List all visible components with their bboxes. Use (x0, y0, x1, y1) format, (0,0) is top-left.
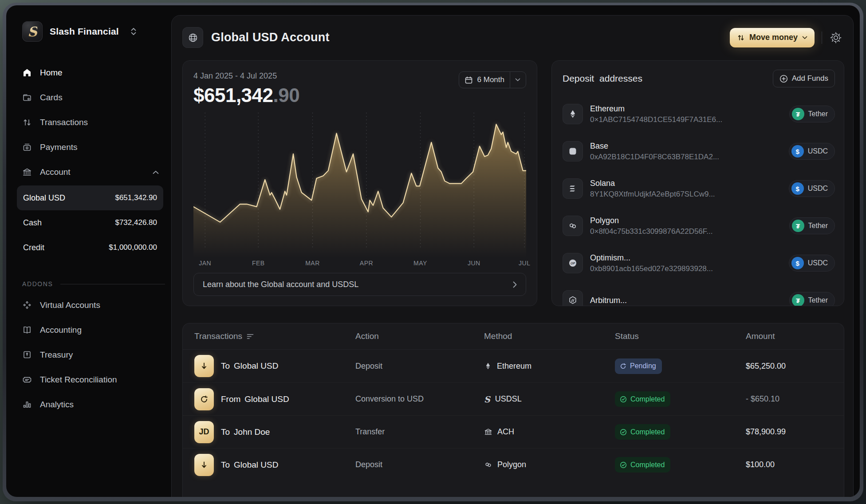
sidebar-item-analytics[interactable]: Analytics (22, 392, 165, 417)
move-money-button[interactable]: Move money (730, 28, 815, 47)
sidebar-item-label: Payments (40, 142, 77, 152)
deposit-row-solana[interactable]: Solana 8Y1KQ8XtfmUdjkfA2eBpt67SLCw9... $… (563, 170, 835, 207)
arbitrum-icon (563, 290, 583, 306)
column-header-status[interactable]: Status (615, 331, 746, 341)
deposit-row-arbitrum[interactable]: Arbitrum... ₮ Tether (563, 282, 835, 306)
sidebar-item-account[interactable]: Account (22, 160, 165, 185)
amount-cell: $65,250.00 (746, 362, 844, 371)
token-badge-usdc[interactable]: $ USDC (789, 143, 835, 160)
action-cell: Conversion to USD (355, 394, 484, 404)
move-money-label: Move money (749, 33, 798, 42)
settings-button[interactable] (829, 31, 842, 44)
chain-address: 8Y1KQ8XtfmUdjkfA2eBpt67SLCw9... (590, 190, 715, 199)
counterparty: FromGlobal USD (221, 394, 289, 404)
balance-area-chart: JANFEBMARAPRMAYJUNJUL (193, 108, 526, 268)
usdc-icon: $ (791, 257, 804, 269)
deposit-row-base[interactable]: Base 0xA92B18C1D4F0F8C63B78E1DA2... $ US… (563, 133, 835, 170)
home-icon (22, 68, 32, 78)
x-axis-label: MAY (413, 260, 427, 267)
column-header-transactions[interactable]: Transactions (194, 331, 355, 341)
workspace-switcher[interactable]: S Slash Financial (22, 21, 163, 42)
sidebar-nav: Home Cards Transactions Payments Account (22, 60, 171, 185)
deposit-row-optimism[interactable]: OP Optimism... 0xb8901acb165ed027e329893… (563, 244, 835, 282)
balance-chart-card: 4 Jan 2025 - 4 Jul 2025 $651,342.90 6 Mo… (182, 60, 537, 306)
token-badge-tether[interactable]: ₮ Tether (789, 217, 835, 234)
account-row-credit[interactable]: Credit $1,000,000.00 (17, 235, 163, 260)
sidebar-item-treasury[interactable]: Treasury (22, 343, 165, 367)
account-amount: $1,000,000.00 (109, 243, 157, 252)
x-axis-label: APR (360, 260, 373, 267)
slash-logo-glyph: S (28, 24, 37, 39)
column-header-amount[interactable]: Amount (746, 331, 844, 341)
chevron-down-icon (802, 36, 807, 39)
sidebar-item-home[interactable]: Home (22, 60, 165, 85)
account-amount: $651,342.90 (115, 193, 157, 202)
chain-name: Polygon (590, 216, 712, 225)
method-cell: Ethereum (484, 362, 615, 371)
token-badge-usdc[interactable]: $ USDC (789, 255, 835, 272)
deposit-list: Ethereum 0×1ABC7154748D1CE5149F7A31E6...… (552, 94, 844, 306)
main-panel: Global USD Account Move money 4 Jan 2025 (171, 15, 854, 497)
action-cell: Deposit (355, 460, 484, 469)
polygon-icon (484, 461, 492, 469)
deposit-row-polygon[interactable]: Polygon 0×8f04c75b331c3099876A22D56F... … (563, 207, 835, 244)
transaction-row[interactable]: ToGlobal USD Deposit Polygon Completed $… (183, 448, 844, 481)
avatar-initials: JD (194, 421, 214, 443)
status-badge-completed: Completed (615, 457, 670, 472)
sidebar-item-virtual-accounts[interactable]: Virtual Accounts (22, 293, 165, 318)
sidebar-item-payments[interactable]: Payments (22, 135, 165, 160)
sidebar-item-transactions[interactable]: Transactions (22, 110, 165, 135)
brand-logo: S (22, 21, 43, 42)
desktop-background: S Slash Financial Home Cards Transaction… (0, 0, 866, 504)
polygon-icon (563, 216, 583, 236)
sidebar-item-ticket-reconciliation[interactable]: Ticket Reconciliation (22, 367, 165, 392)
optimism-icon: OP (563, 253, 583, 273)
x-axis-label: JUN (468, 260, 480, 267)
x-axis-label: MAR (305, 260, 320, 267)
chevron-updown-icon (130, 27, 137, 36)
token-badge-tether[interactable]: ₮ Tether (789, 106, 835, 122)
method-cell: ACH (484, 427, 615, 437)
time-range-select[interactable]: 6 Month (459, 71, 526, 88)
time-range-value: 6 Month (477, 75, 504, 84)
account-balance: $651,342.90 (193, 84, 299, 106)
counterparty: ToGlobal USD (221, 460, 278, 470)
sidebar-item-label: Accounting (40, 325, 82, 335)
transaction-row[interactable]: ToGlobal USD Deposit Ethereum Pending $6… (183, 350, 844, 382)
transaction-row[interactable]: FromGlobal USD Conversion to USD S USDSL… (183, 382, 844, 415)
chevron-up-icon (153, 170, 159, 174)
token-badge-tether[interactable]: ₮ Tether (789, 292, 835, 306)
diamonds-icon (22, 300, 32, 310)
column-header-action[interactable]: Action (355, 331, 484, 341)
transaction-row[interactable]: JD ToJohn Doe Transfer ACH Completed $78… (183, 415, 844, 448)
learn-link[interactable]: Learn about the Global account and USDSL (193, 273, 526, 296)
counterparty: ToJohn Doe (221, 427, 270, 437)
chain-name: Arbitrum... (590, 296, 627, 305)
usdsl-icon: S (484, 394, 490, 404)
account-balances: Global USD $651,342.90 Cash $732,426.80 … (17, 185, 163, 260)
token-badge-usdc[interactable]: $ USDC (789, 180, 835, 197)
chain-address: 0×8f04c75b331c3099876A22D56F... (590, 227, 712, 236)
account-row-cash[interactable]: Cash $732,426.80 (17, 210, 163, 235)
chain-address: 0×1ABC7154748D1CE5149F7A31E6... (590, 115, 722, 124)
x-axis: JANFEBMARAPRMAYJUNJUL (193, 260, 526, 268)
gear-icon (829, 31, 842, 44)
arrow-down-icon (194, 355, 214, 377)
tether-icon: ₮ (792, 108, 804, 120)
top-cards-row: 4 Jan 2025 - 4 Jul 2025 $651,342.90 6 Mo… (172, 60, 853, 306)
addons-section-header: ADDONS (22, 280, 165, 287)
sidebar-item-label: Analytics (40, 400, 74, 410)
sidebar-item-accounting[interactable]: Accounting (22, 318, 165, 343)
ethereum-icon (484, 362, 492, 370)
action-cell: Deposit (355, 362, 484, 371)
divider (822, 32, 822, 44)
sidebar-item-cards[interactable]: Cards (22, 85, 165, 110)
column-header-method[interactable]: Method (484, 331, 615, 341)
account-row-global-usd[interactable]: Global USD $651,342.90 (17, 185, 163, 210)
arrows-up-down-icon (737, 34, 745, 42)
deposit-row-ethereum[interactable]: Ethereum 0×1ABC7154748D1CE5149F7A31E6...… (563, 95, 835, 133)
sidebar-item-label: Transactions (40, 118, 88, 127)
add-funds-button[interactable]: Add Funds (773, 70, 835, 87)
usdc-icon: $ (791, 145, 804, 158)
x-axis-label: JAN (199, 260, 211, 267)
